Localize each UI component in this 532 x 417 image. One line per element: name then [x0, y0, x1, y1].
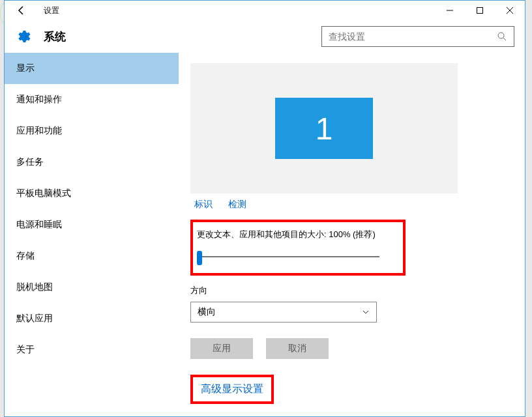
orientation-select[interactable]: 横向: [190, 302, 377, 323]
page-title: 系统: [44, 29, 66, 44]
main-panel: 1 标识 检测 更改文本、应用和其他项目的大小: 100% (推荐) 方向 横向…: [179, 53, 525, 416]
svg-rect-1: [477, 8, 483, 14]
close-icon: [507, 7, 513, 14]
sidebar: 显示通知和操作应用和功能多任务平板电脑模式电源和睡眠存储脱机地图默认应用关于: [5, 53, 179, 416]
chevron-down-icon: [362, 308, 370, 316]
detect-link[interactable]: 检测: [228, 199, 246, 210]
cancel-button[interactable]: 取消: [266, 338, 329, 359]
sidebar-item-1[interactable]: 通知和操作: [5, 84, 179, 115]
maximize-button[interactable]: [465, 1, 495, 20]
sidebar-item-0[interactable]: 显示: [5, 53, 179, 84]
back-button[interactable]: [14, 3, 29, 18]
header: 系统: [5, 20, 525, 53]
settings-window: 设置 系统 显示通知和操作应用和功能多任务平板电脑模式电源和睡眠存储脱机地图默认…: [4, 0, 525, 417]
monitor-preview: 1: [190, 63, 458, 194]
slider-track: [202, 256, 379, 257]
advanced-highlight: 高级显示设置: [190, 375, 274, 404]
minimize-icon: [447, 7, 453, 14]
arrow-left-icon: [16, 5, 27, 16]
sidebar-item-7[interactable]: 脱机地图: [5, 272, 179, 303]
search-field[interactable]: [329, 31, 497, 42]
orientation-label: 方向: [190, 285, 513, 296]
search-icon: [497, 31, 507, 42]
minimize-button[interactable]: [435, 1, 465, 20]
scale-highlight: 更改文本、应用和其他项目的大小: 100% (推荐): [190, 220, 406, 276]
monitor-tile-1[interactable]: 1: [275, 98, 373, 159]
sidebar-item-8[interactable]: 默认应用: [5, 303, 179, 334]
svg-point-4: [498, 33, 504, 38]
svg-line-5: [503, 38, 506, 40]
scale-slider[interactable]: [197, 251, 379, 263]
sidebar-item-3[interactable]: 多任务: [5, 147, 179, 178]
window-title: 设置: [44, 5, 59, 16]
identify-link[interactable]: 标识: [194, 199, 213, 210]
slider-thumb[interactable]: [197, 251, 202, 265]
monitor-id: 1: [316, 111, 333, 147]
sidebar-item-5[interactable]: 电源和睡眠: [5, 209, 179, 240]
orientation-value: 横向: [198, 306, 216, 318]
sidebar-item-9[interactable]: 关于: [5, 334, 179, 366]
close-button[interactable]: [495, 1, 525, 20]
advanced-display-link[interactable]: 高级显示设置: [201, 383, 263, 394]
gear-icon: [15, 29, 31, 44]
sidebar-item-4[interactable]: 平板电脑模式: [5, 178, 179, 209]
maximize-icon: [477, 7, 483, 14]
sidebar-item-6[interactable]: 存储: [5, 240, 179, 272]
apply-button[interactable]: 应用: [190, 338, 253, 359]
scale-label: 更改文本、应用和其他项目的大小: 100% (推荐): [197, 229, 399, 240]
sidebar-item-2[interactable]: 应用和功能: [5, 115, 179, 147]
search-input[interactable]: [321, 26, 514, 47]
titlebar: 设置: [5, 1, 525, 20]
